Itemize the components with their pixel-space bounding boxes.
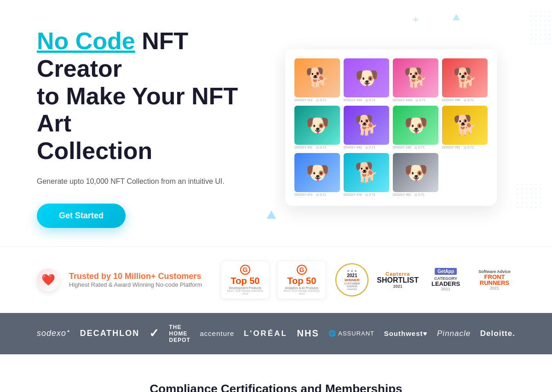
- brand-pinnacle: Pinnacle: [437, 329, 471, 338]
- winner-label: WINNER: [345, 278, 359, 282]
- deco-plus-1: +: [413, 14, 419, 26]
- winner-year-label: ★ ★ ★: [347, 269, 357, 273]
- nft-label-5: DOGGY #31 ◎ 0.71: [294, 146, 340, 149]
- badge-year-ai: BEST SOFTWARE AWARDS 2022: [283, 290, 320, 295]
- nft-card-2[interactable]: 🐶 DOGGY #94 ◎ 0.71: [344, 58, 389, 102]
- deco-triangle-2: [267, 210, 276, 219]
- nft-card-9[interactable]: 🐶 DOGGY #71 ◎ 0.71: [294, 153, 340, 197]
- brand-loreal: L'ORÉAL: [244, 329, 288, 338]
- brand-deloitte: Deloitte.: [480, 329, 515, 338]
- g2-logo-1: G: [240, 265, 250, 275]
- brand-decathlon: DECATHLON: [80, 329, 140, 338]
- g2-logo-2: G: [297, 265, 307, 275]
- hero-section: + No Code NFT Creatorto Make Your NFT Ar…: [0, 0, 552, 246]
- getapp-year: 2021: [441, 287, 450, 291]
- winner-2021: 2021: [347, 273, 357, 278]
- badge-g2-dev: G Top 50 Development Products BEST SOFTW…: [221, 261, 270, 299]
- brand-homedepot: TheHOMEDEPOT: [169, 324, 190, 343]
- brand-accenture: accenture: [200, 330, 234, 337]
- nft-card-4[interactable]: 🐕 DOGGY #56 ◎ 0.71: [442, 58, 488, 102]
- getapp-leaders: LEADERS: [431, 281, 460, 287]
- winner-platform: slashdot: [347, 288, 357, 290]
- capterra-shortlist: SHORTLIST: [377, 277, 419, 284]
- nft-label-4: DOGGY #56 ◎ 0.71: [442, 98, 488, 102]
- badge-top50-dev: Top 50: [230, 276, 259, 286]
- badge-getapp: GetApp CATEGORY LEADERS 2021: [425, 266, 466, 293]
- badge-year-dev: BEST SOFTWARE AWARDS 2022: [227, 290, 264, 295]
- softadvice-runners: RUNNERS: [480, 280, 509, 286]
- nft-card-6[interactable]: 🐕 DOGGY #42 ◎ 0.71: [344, 106, 389, 149]
- nft-grid-row3: 🐶 DOGGY #71 ◎ 0.71 🐕 DOGGY #76 ◎ 0.71 🐶 …: [294, 153, 488, 197]
- trust-headline: Trusted by 10 Million+ Customers: [69, 272, 202, 281]
- nft-label-10: DOGGY #76 ◎ 0.71: [344, 193, 389, 197]
- get-started-button[interactable]: Get Started: [37, 204, 126, 228]
- capterra-year: 2021: [393, 284, 402, 289]
- heart-icon: ❤️: [37, 268, 60, 291]
- hero-left: No Code NFT Creatorto Make Your NFT ArtC…: [37, 28, 267, 228]
- trust-bar: ❤️ Trusted by 10 Million+ Customers High…: [0, 246, 552, 313]
- nft-grid-row2: 🐶 DOGGY #31 ◎ 0.71 🐕 DOGGY #42 ◎ 0.71 🐶 …: [294, 106, 488, 149]
- nft-showcase: 🐕 DOGGY #12 ◎ 0.71 🐶 DOGGY #94 ◎ 0.71 🐕 …: [285, 49, 497, 206]
- badge-sub-ai: Analytics & AI Products: [285, 286, 318, 290]
- nft-label-9: DOGGY #71 ◎ 0.71: [294, 193, 340, 197]
- nft-label-11: DOGGY #61 ◎ 0.71: [393, 193, 438, 197]
- trust-subtext: Highest Rated & Award Winning No-code Pl…: [69, 281, 202, 288]
- hero-subtitle: Generate upto 10,000 NFT Collection from…: [37, 176, 267, 187]
- nft-card-5[interactable]: 🐶 DOGGY #31 ◎ 0.71: [294, 106, 340, 149]
- badges-row: G Top 50 Development Products BEST SOFTW…: [221, 261, 515, 299]
- trust-highlight: 10 Million+: [113, 272, 156, 281]
- compliance-title: Compliance Certifications and Membership…: [37, 382, 515, 392]
- badge-g2-ai: G Top 50 Analytics & AI Products BEST SO…: [277, 261, 326, 299]
- nft-label-3: DOGGY #201 ◎ 0.71: [393, 98, 438, 102]
- brand-nhs: NHS: [297, 328, 319, 339]
- hero-right: 🐕 DOGGY #12 ◎ 0.71 🐶 DOGGY #94 ◎ 0.71 🐕 …: [285, 49, 515, 206]
- trust-text: Trusted by 10 Million+ Customers Highest…: [69, 272, 202, 288]
- deco-triangle-1: [453, 14, 460, 20]
- nft-label-8: DOGGY #51 ◎ 0.71: [442, 146, 488, 149]
- nft-label-1: DOGGY #12 ◎ 0.71: [294, 98, 340, 102]
- hero-title: No Code NFT Creatorto Make Your NFT ArtC…: [37, 28, 267, 165]
- nft-label-2: DOGGY #94 ◎ 0.71: [344, 98, 389, 102]
- softadvice-year: 2021: [490, 286, 499, 290]
- brand-nike: ✓: [149, 326, 160, 341]
- badge-softadvice: Software Advice FRONT RUNNERS 2021: [474, 267, 515, 292]
- trust-headline-end: Customers: [156, 272, 201, 281]
- brand-southwest: Southwest♥: [384, 330, 428, 337]
- winner-circle: ★ ★ ★ 2021 WINNER CUSTOMERCHOICE slashdo…: [335, 263, 368, 296]
- nft-card-8[interactable]: 🐕 DOGGY #51 ◎ 0.71: [442, 106, 488, 149]
- brand-assurant: 🌐 ASSURANT: [328, 330, 374, 337]
- badge-winner: ★ ★ ★ 2021 WINNER CUSTOMERCHOICE slashdo…: [334, 263, 370, 296]
- nft-label-7: DOGGY #48 ◎ 0.71: [393, 146, 438, 149]
- brand-sodexo: sodexo✦: [37, 329, 70, 338]
- badge-sub-dev: Development Products: [229, 286, 262, 290]
- nft-card-7[interactable]: 🐶 DOGGY #48 ◎ 0.71: [393, 106, 438, 149]
- hero-title-highlight: No Code: [37, 28, 135, 54]
- badge-capterra: Capterra SHORTLIST 2021: [378, 269, 418, 290]
- nft-label-6: DOGGY #42 ◎ 0.71: [344, 146, 389, 149]
- compliance-section: Compliance Certifications and Membership…: [0, 354, 552, 392]
- badge-top50-ai: Top 50: [287, 276, 316, 286]
- winner-sub: CUSTOMERCHOICE: [344, 282, 360, 288]
- deco-dots-1: [529, 9, 552, 46]
- nft-card-11[interactable]: 🐶 DOGGY #61 ◎ 0.71: [393, 153, 438, 197]
- nft-card-empty: [442, 153, 488, 192]
- brands-bar: sodexo✦ DECATHLON ✓ TheHOMEDEPOT accentu…: [0, 313, 552, 354]
- getapp-logo: GetApp: [435, 268, 457, 275]
- deco-dots-2: [515, 182, 543, 210]
- trust-headline-static: Trusted by: [69, 272, 113, 281]
- nft-grid-row1: 🐕 DOGGY #12 ◎ 0.71 🐶 DOGGY #94 ◎ 0.71 🐕 …: [294, 58, 488, 102]
- trust-left: ❤️ Trusted by 10 Million+ Customers High…: [37, 268, 202, 291]
- nft-card-3[interactable]: 🐕 DOGGY #201 ◎ 0.71: [393, 58, 438, 102]
- nft-card-10[interactable]: 🐕 DOGGY #76 ◎ 0.71: [344, 153, 389, 197]
- nft-card-1[interactable]: 🐕 DOGGY #12 ◎ 0.71: [294, 58, 340, 102]
